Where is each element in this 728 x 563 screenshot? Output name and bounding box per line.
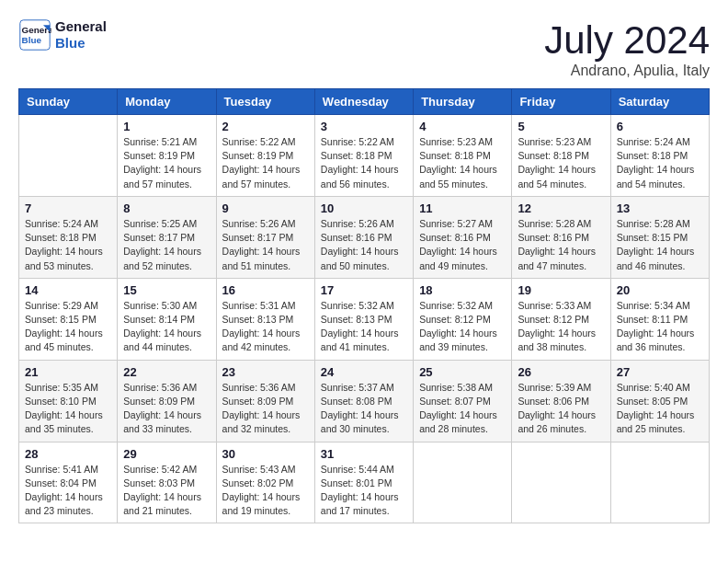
calendar-cell: 17Sunrise: 5:32 AM Sunset: 8:13 PM Dayli… [314,278,413,360]
page-header: General Blue General Blue July 2024 Andr… [18,18,710,79]
day-number: 2 [222,120,309,133]
calendar-cell: 8Sunrise: 5:25 AM Sunset: 8:17 PM Daylig… [118,196,216,278]
calendar-cell [414,442,512,523]
day-number: 15 [123,283,210,297]
day-number: 11 [419,201,506,215]
calendar-cell: 15Sunrise: 5:30 AM Sunset: 8:14 PM Dayli… [118,278,216,360]
day-info: Sunrise: 5:24 AM Sunset: 8:18 PM Dayligh… [617,135,703,191]
day-number: 28 [25,447,111,461]
day-info: Sunrise: 5:22 AM Sunset: 8:19 PM Dayligh… [222,135,309,191]
header-wednesday: Wednesday [314,89,413,115]
svg-text:Blue: Blue [22,35,42,45]
title-block: July 2024 Andrano, Apulia, Italy [544,18,710,79]
day-info: Sunrise: 5:44 AM Sunset: 8:01 PM Dayligh… [321,463,407,519]
calendar-cell: 2Sunrise: 5:22 AM Sunset: 8:19 PM Daylig… [216,115,314,197]
header-monday: Monday [118,89,216,115]
day-number: 14 [25,283,111,297]
calendar-cell: 27Sunrise: 5:40 AM Sunset: 8:05 PM Dayli… [610,360,709,442]
week-row-1: 1Sunrise: 5:21 AM Sunset: 8:19 PM Daylig… [19,115,710,197]
logo-text-line2: Blue [55,35,107,52]
calendar-cell: 10Sunrise: 5:26 AM Sunset: 8:16 PM Dayli… [314,196,413,278]
calendar-cell: 14Sunrise: 5:29 AM Sunset: 8:15 PM Dayli… [19,278,118,360]
week-row-3: 14Sunrise: 5:29 AM Sunset: 8:15 PM Dayli… [19,278,710,360]
day-info: Sunrise: 5:31 AM Sunset: 8:13 PM Dayligh… [222,299,309,355]
calendar-cell: 4Sunrise: 5:23 AM Sunset: 8:18 PM Daylig… [414,115,512,197]
day-info: Sunrise: 5:36 AM Sunset: 8:09 PM Dayligh… [123,381,210,437]
calendar-cell: 18Sunrise: 5:32 AM Sunset: 8:12 PM Dayli… [414,278,512,360]
day-info: Sunrise: 5:27 AM Sunset: 8:16 PM Dayligh… [419,217,506,273]
day-info: Sunrise: 5:22 AM Sunset: 8:18 PM Dayligh… [321,135,407,191]
day-number: 20 [617,283,703,297]
day-number: 13 [617,201,703,215]
day-info: Sunrise: 5:23 AM Sunset: 8:18 PM Dayligh… [419,135,506,191]
week-row-4: 21Sunrise: 5:35 AM Sunset: 8:10 PM Dayli… [19,360,710,442]
day-info: Sunrise: 5:30 AM Sunset: 8:14 PM Dayligh… [123,299,210,355]
calendar-cell: 5Sunrise: 5:23 AM Sunset: 8:18 PM Daylig… [512,115,610,197]
calendar-cell: 3Sunrise: 5:22 AM Sunset: 8:18 PM Daylig… [314,115,413,197]
calendar-cell: 6Sunrise: 5:24 AM Sunset: 8:18 PM Daylig… [610,115,709,197]
calendar-cell: 22Sunrise: 5:36 AM Sunset: 8:09 PM Dayli… [118,360,216,442]
day-number: 12 [518,201,604,215]
day-number: 22 [123,365,210,379]
day-info: Sunrise: 5:36 AM Sunset: 8:09 PM Dayligh… [222,381,309,437]
calendar-cell: 12Sunrise: 5:28 AM Sunset: 8:16 PM Dayli… [512,196,610,278]
day-info: Sunrise: 5:34 AM Sunset: 8:11 PM Dayligh… [617,299,703,355]
day-number: 23 [222,365,309,379]
calendar-cell: 7Sunrise: 5:24 AM Sunset: 8:18 PM Daylig… [19,196,118,278]
day-info: Sunrise: 5:43 AM Sunset: 8:02 PM Dayligh… [222,463,309,519]
calendar-cell: 23Sunrise: 5:36 AM Sunset: 8:09 PM Dayli… [216,360,314,442]
day-info: Sunrise: 5:24 AM Sunset: 8:18 PM Dayligh… [25,217,111,273]
day-info: Sunrise: 5:28 AM Sunset: 8:15 PM Dayligh… [617,217,703,273]
day-number: 26 [518,365,604,379]
day-number: 4 [419,120,506,133]
day-info: Sunrise: 5:41 AM Sunset: 8:04 PM Dayligh… [25,463,111,519]
calendar-cell: 21Sunrise: 5:35 AM Sunset: 8:10 PM Dayli… [19,360,118,442]
day-number: 27 [617,365,703,379]
header-sunday: Sunday [19,89,118,115]
logo-icon: General Blue [18,18,51,52]
day-info: Sunrise: 5:35 AM Sunset: 8:10 PM Dayligh… [25,381,111,437]
day-number: 7 [25,201,111,215]
day-number: 1 [123,120,210,133]
day-info: Sunrise: 5:21 AM Sunset: 8:19 PM Dayligh… [123,135,210,191]
location-title: Andrano, Apulia, Italy [544,63,710,79]
day-info: Sunrise: 5:28 AM Sunset: 8:16 PM Dayligh… [518,217,604,273]
header-friday: Friday [512,89,610,115]
calendar-cell: 28Sunrise: 5:41 AM Sunset: 8:04 PM Dayli… [19,442,118,523]
day-number: 17 [321,283,407,297]
calendar-table: SundayMondayTuesdayWednesdayThursdayFrid… [18,88,710,523]
calendar-header-row: SundayMondayTuesdayWednesdayThursdayFrid… [19,89,710,115]
week-row-5: 28Sunrise: 5:41 AM Sunset: 8:04 PM Dayli… [19,442,710,523]
day-number: 24 [321,365,407,379]
day-info: Sunrise: 5:26 AM Sunset: 8:17 PM Dayligh… [222,217,309,273]
header-tuesday: Tuesday [216,89,314,115]
day-number: 16 [222,283,309,297]
day-info: Sunrise: 5:39 AM Sunset: 8:06 PM Dayligh… [518,381,604,437]
day-number: 5 [518,120,604,133]
header-saturday: Saturday [610,89,709,115]
logo: General Blue General Blue [18,18,107,52]
day-info: Sunrise: 5:38 AM Sunset: 8:07 PM Dayligh… [419,381,506,437]
calendar-cell: 16Sunrise: 5:31 AM Sunset: 8:13 PM Dayli… [216,278,314,360]
day-info: Sunrise: 5:33 AM Sunset: 8:12 PM Dayligh… [518,299,604,355]
header-thursday: Thursday [414,89,512,115]
day-info: Sunrise: 5:32 AM Sunset: 8:12 PM Dayligh… [419,299,506,355]
day-number: 9 [222,201,309,215]
month-year-title: July 2024 [544,18,710,63]
day-number: 8 [123,201,210,215]
day-number: 6 [617,120,703,133]
calendar-cell: 25Sunrise: 5:38 AM Sunset: 8:07 PM Dayli… [414,360,512,442]
calendar-cell: 31Sunrise: 5:44 AM Sunset: 8:01 PM Dayli… [314,442,413,523]
calendar-cell [19,115,118,197]
calendar-cell: 26Sunrise: 5:39 AM Sunset: 8:06 PM Dayli… [512,360,610,442]
calendar-cell [610,442,709,523]
calendar-cell: 11Sunrise: 5:27 AM Sunset: 8:16 PM Dayli… [414,196,512,278]
calendar-cell: 19Sunrise: 5:33 AM Sunset: 8:12 PM Dayli… [512,278,610,360]
logo-text-line1: General [55,18,107,35]
day-info: Sunrise: 5:29 AM Sunset: 8:15 PM Dayligh… [25,299,111,355]
day-info: Sunrise: 5:23 AM Sunset: 8:18 PM Dayligh… [518,135,604,191]
day-number: 31 [321,447,407,461]
day-info: Sunrise: 5:42 AM Sunset: 8:03 PM Dayligh… [123,463,210,519]
day-info: Sunrise: 5:25 AM Sunset: 8:17 PM Dayligh… [123,217,210,273]
day-number: 18 [419,283,506,297]
